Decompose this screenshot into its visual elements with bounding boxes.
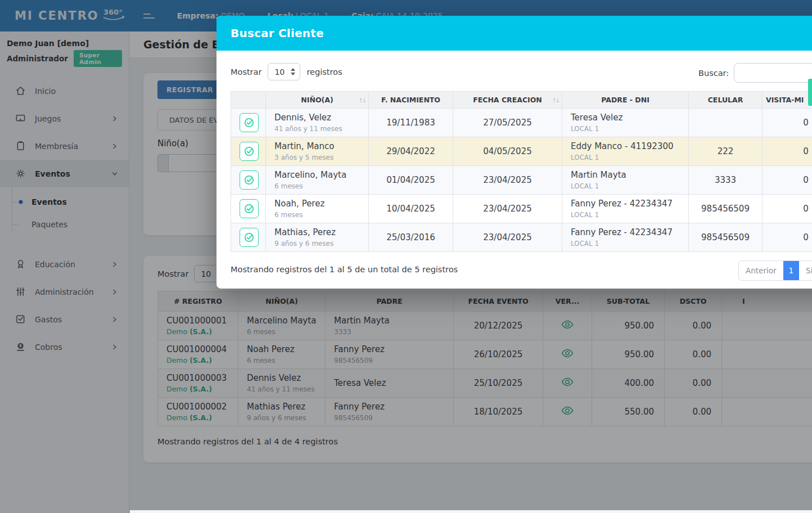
select-cell xyxy=(231,223,266,252)
clients-table-info: Mostrando registros del 1 al 5 de un tot… xyxy=(231,265,458,274)
sort-icon[interactable]: ↑↓ xyxy=(358,97,366,103)
nino-cell: Mathias, Perez9 años y 6 meses xyxy=(266,223,369,252)
select-cell xyxy=(231,109,266,137)
select-client-button[interactable] xyxy=(240,113,259,132)
clients-col-header[interactable]: F. NACIMIENTO xyxy=(369,92,453,109)
padre-local: LOCAL 1 xyxy=(571,125,680,133)
modal-header: Buscar Cliente xyxy=(216,16,812,51)
nino-cell: Dennis, Velez41 años y 11 meses xyxy=(266,109,369,137)
buscar-label: Buscar: xyxy=(698,69,729,78)
padre-local: LOCAL 1 xyxy=(571,211,680,219)
celular-cell: 985456509 xyxy=(689,223,763,252)
padre-cell: Fanny Perez - 42234347LOCAL 1 xyxy=(562,223,689,252)
nacimiento-cell: 19/11/1983 xyxy=(369,109,453,137)
nino-cell: Martin, Manco3 años y 5 meses xyxy=(266,137,369,166)
nino-name: Martin, Manco xyxy=(274,141,360,152)
nino-edad: 41 años y 11 meses xyxy=(274,125,360,133)
client-row[interactable]: Noah, Perez6 meses10/04/202523/04/2025Fa… xyxy=(231,195,812,223)
visitas-cell: 0 xyxy=(763,166,812,195)
modal-footer-row: Mostrando registros del 1 al 5 de un tot… xyxy=(231,259,812,282)
select-client-button[interactable] xyxy=(240,170,259,190)
client-row[interactable]: Marcelino, Mayta6 meses01/04/202523/04/2… xyxy=(231,166,812,195)
clients-col-header[interactable]: NIÑO(A)↑↓ xyxy=(266,92,369,109)
pagination-next-button[interactable]: Siguiente xyxy=(799,261,812,280)
nino-cell: Noah, Perez6 meses xyxy=(266,195,369,223)
nino-edad: 6 meses xyxy=(274,182,360,190)
nino-name: Mathias, Perez xyxy=(274,227,360,238)
clients-col-header[interactable] xyxy=(231,92,266,109)
visitas-cell: 0 xyxy=(763,137,812,166)
padre-local: LOCAL 1 xyxy=(571,182,680,190)
celular-cell: 222 xyxy=(689,137,763,166)
nino-edad: 3 años y 5 meses xyxy=(274,154,360,161)
select-cell xyxy=(231,137,266,166)
modal-body: Mostrar 10 registros Buscar: NIÑO(A)↑↓F.… xyxy=(216,51,812,282)
visitas-cell: 0 xyxy=(763,109,812,137)
pagination-page-1-button[interactable]: 1 xyxy=(783,261,800,280)
creacion-cell: 23/04/2025 xyxy=(453,223,562,252)
nino-cell: Marcelino, Mayta6 meses xyxy=(266,166,369,195)
select-cell xyxy=(231,195,266,223)
client-row[interactable]: Mathias, Perez9 años y 6 meses25/03/2016… xyxy=(231,223,812,252)
clients-table: NIÑO(A)↑↓F. NACIMIENTOFECHA CREACION↑↓PA… xyxy=(231,91,812,252)
clients-col-header[interactable]: CELULAR xyxy=(689,92,763,109)
visitas-cell: 0 xyxy=(763,223,812,252)
pagination: Anterior 1 Siguiente xyxy=(738,260,812,281)
nacimiento-cell: 25/03/2016 xyxy=(369,223,453,252)
creacion-cell: 23/04/2025 xyxy=(453,166,562,195)
nino-name: Marcelino, Mayta xyxy=(274,170,360,181)
padre-cell: Teresa VelezLOCAL 1 xyxy=(562,109,689,137)
nacimiento-cell: 29/04/2022 xyxy=(369,137,453,166)
nino-edad: 6 meses xyxy=(274,211,360,219)
nacimiento-cell: 10/04/2025 xyxy=(369,195,453,223)
padre-cell: Martin MaytaLOCAL 1 xyxy=(562,166,689,195)
creacion-cell: 23/04/2025 xyxy=(453,195,562,223)
nino-edad: 9 años y 6 meses xyxy=(274,240,360,248)
nacimiento-cell: 01/04/2025 xyxy=(369,166,453,195)
padre-name: Martin Mayta xyxy=(571,170,680,181)
celular-cell: 985456509 xyxy=(689,195,763,223)
nino-name: Dennis, Velez xyxy=(274,112,360,123)
edge-action-button[interactable] xyxy=(808,79,812,106)
padre-name: Fanny Perez - 42234347 xyxy=(571,199,680,209)
clients-search-control: Buscar: xyxy=(698,63,812,83)
clients-col-header[interactable]: PADRE - DNI xyxy=(562,92,689,109)
clients-col-header[interactable]: VISITA-MI xyxy=(763,92,812,109)
visitas-cell: 0 xyxy=(763,195,812,223)
clients-col-header[interactable]: FECHA CREACION↑↓ xyxy=(453,92,562,109)
select-client-button[interactable] xyxy=(240,142,259,161)
select-client-button[interactable] xyxy=(240,228,259,247)
padre-name: Eddy Manco - 41192300 xyxy=(571,141,680,152)
select-client-button[interactable] xyxy=(240,199,259,218)
pagination-prev-button[interactable]: Anterior xyxy=(739,261,783,280)
sort-icon[interactable]: ↑↓ xyxy=(552,97,559,103)
celular-cell xyxy=(689,109,763,137)
padre-cell: Eddy Manco - 41192300LOCAL 1 xyxy=(562,137,689,166)
clients-search-input[interactable] xyxy=(734,63,812,83)
horizontal-scrollbar[interactable] xyxy=(130,510,812,513)
padre-cell: Fanny Perez - 42234347LOCAL 1 xyxy=(562,195,689,223)
celular-cell: 3333 xyxy=(689,166,763,195)
padre-local: LOCAL 1 xyxy=(571,240,680,248)
modal-title: Buscar Cliente xyxy=(231,26,324,40)
select-arrows-icon xyxy=(291,68,295,75)
creacion-cell: 04/05/2025 xyxy=(453,137,562,166)
mostrar-label: Mostrar xyxy=(231,68,261,76)
page-size-value: 10 xyxy=(274,68,285,76)
client-row[interactable]: Martin, Manco3 años y 5 meses29/04/20220… xyxy=(231,137,812,166)
creacion-cell: 27/05/2025 xyxy=(453,109,562,137)
padre-name: Teresa Velez xyxy=(571,112,680,123)
padre-name: Fanny Perez - 42234347 xyxy=(571,227,680,238)
padre-local: LOCAL 1 xyxy=(571,154,680,161)
buscar-cliente-modal: Buscar Cliente Mostrar 10 registros Busc… xyxy=(216,16,812,289)
modal-controls-row: Mostrar 10 registros Buscar: xyxy=(231,63,812,91)
nino-name: Noah, Perez xyxy=(274,199,360,209)
clients-page-size-select[interactable]: 10 xyxy=(268,63,300,80)
client-row[interactable]: Dennis, Velez41 años y 11 meses19/11/198… xyxy=(231,109,812,137)
registros-label: registros xyxy=(306,68,342,76)
select-cell xyxy=(231,166,266,195)
